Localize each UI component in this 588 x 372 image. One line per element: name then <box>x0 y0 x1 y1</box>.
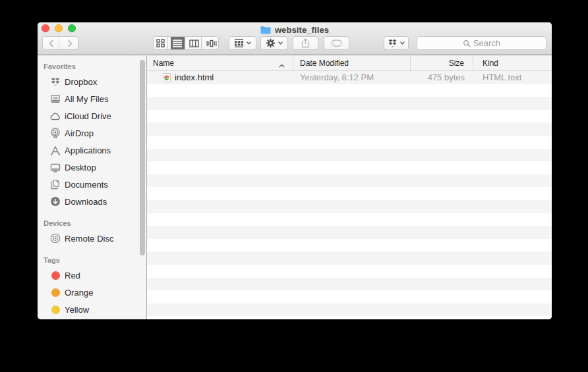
airdrop-icon <box>49 128 61 139</box>
icon-view-icon <box>156 39 165 47</box>
sidebar-section-favorites: Favorites <box>38 60 146 73</box>
sidebar-section-devices: Devices <box>38 217 146 230</box>
column-header-name[interactable]: Name <box>147 56 293 70</box>
list-view-icon <box>173 40 182 47</box>
file-list: Name Date Modified Size Kind <box>147 56 552 319</box>
tag-red-icon <box>49 270 61 281</box>
sidebar-item-desktop[interactable]: Desktop <box>38 159 146 176</box>
empty-row <box>147 161 552 174</box>
empty-row <box>147 278 552 291</box>
arrange-button[interactable] <box>229 36 256 50</box>
all-my-files-icon <box>49 93 61 105</box>
tag-icon <box>331 40 342 47</box>
file-date-modified: Yesterday, 8:12 PM <box>293 71 411 84</box>
desktop-icon <box>49 162 61 173</box>
back-button[interactable] <box>43 37 59 49</box>
sidebar-item-documents[interactable]: Documents <box>38 176 146 193</box>
empty-row <box>147 84 552 97</box>
titlebar-toolbar: website_files <box>38 22 552 55</box>
sidebar-item-label: Yellow <box>65 305 89 315</box>
sidebar-item-tag-orange[interactable]: Orange <box>38 284 146 301</box>
column-header-kind[interactable]: Kind <box>473 56 552 70</box>
chevron-down-icon <box>278 41 283 45</box>
sidebar: Favorites Dropbox <box>38 56 147 319</box>
empty-row <box>147 316 552 319</box>
sidebar-item-label: iCloud Drive <box>65 111 111 121</box>
desktop-background: website_files <box>0 0 588 372</box>
share-button[interactable] <box>293 36 318 50</box>
file-name: index.html <box>175 72 214 82</box>
list-header: Name Date Modified Size Kind <box>147 56 552 71</box>
view-switcher <box>153 36 219 50</box>
sidebar-item-airdrop[interactable]: AirDrop <box>38 124 146 142</box>
empty-row <box>147 265 552 278</box>
sidebar-item-label: Documents <box>65 180 108 190</box>
sidebar-item-dropbox[interactable]: Dropbox <box>38 73 146 90</box>
dropbox-menu-button[interactable] <box>384 36 409 50</box>
arrange-icon <box>234 39 244 47</box>
empty-row <box>147 136 552 149</box>
empty-row <box>147 200 552 213</box>
sidebar-item-downloads[interactable]: Downloads <box>38 193 146 210</box>
chevron-down-icon <box>247 41 251 45</box>
empty-row <box>147 110 552 123</box>
finder-window: website_files <box>38 22 552 319</box>
sidebar-item-label: Downloads <box>65 197 107 207</box>
sidebar-item-label: AirDrop <box>65 128 94 138</box>
documents-icon <box>49 179 61 190</box>
downloads-icon <box>49 196 61 207</box>
sidebar-item-label: Red <box>65 271 80 280</box>
sidebar-item-applications[interactable]: Applications <box>38 142 146 159</box>
sidebar-item-label: Desktop <box>65 163 96 173</box>
empty-row <box>147 252 552 265</box>
dropbox-icon <box>49 76 61 88</box>
empty-row <box>147 174 552 188</box>
column-view-icon <box>189 40 199 47</box>
icon-view-button[interactable] <box>154 37 168 49</box>
sidebar-item-tag-yellow[interactable]: Yellow <box>38 301 146 318</box>
applications-icon <box>49 145 61 156</box>
sidebar-item-label: Remote Disc <box>65 234 113 244</box>
sidebar-item-label: Orange <box>65 288 93 298</box>
file-kind: HTML text <box>473 71 552 84</box>
empty-row <box>147 239 552 252</box>
file-row-index-html[interactable]: index.html Yesterday, 8:12 PM 475 bytes … <box>147 71 552 84</box>
sidebar-scrollbar[interactable] <box>140 60 145 255</box>
column-header-date-modified[interactable]: Date Modified <box>293 56 411 70</box>
icloud-icon <box>49 111 61 122</box>
sidebar-item-label: Applications <box>65 146 111 155</box>
sidebar-item-remote-disc[interactable]: Remote Disc <box>38 230 146 247</box>
sort-ascending-icon <box>279 61 285 70</box>
search-icon <box>463 40 471 47</box>
file-size: 475 bytes <box>411 71 473 84</box>
action-menu-button[interactable] <box>260 36 288 50</box>
column-header-size[interactable]: Size <box>411 56 473 70</box>
search-placeholder: Search <box>473 38 500 48</box>
list-view-button[interactable] <box>171 37 185 49</box>
coverflow-view-button[interactable] <box>204 37 218 49</box>
tag-yellow-icon <box>49 304 61 315</box>
empty-row <box>147 226 552 239</box>
tag-orange-icon <box>49 287 61 298</box>
sidebar-item-all-my-files[interactable]: All My Files <box>38 90 146 107</box>
sidebar-item-tag-red[interactable]: Red <box>38 267 146 284</box>
column-view-button[interactable] <box>188 37 202 49</box>
sidebar-item-label: Dropbox <box>65 77 97 87</box>
empty-row <box>147 187 552 200</box>
folder-proxy-icon[interactable] <box>260 26 271 34</box>
search-input[interactable]: Search <box>417 36 546 50</box>
gear-icon <box>266 38 276 48</box>
html-file-icon <box>163 73 171 82</box>
empty-row <box>147 149 552 162</box>
empty-row <box>147 304 552 317</box>
file-rows[interactable]: index.html Yesterday, 8:12 PM 475 bytes … <box>147 71 552 319</box>
navigation-buttons <box>42 36 78 50</box>
coverflow-view-icon <box>206 40 217 47</box>
sidebar-item-icloud-drive[interactable]: iCloud Drive <box>38 107 146 124</box>
empty-row <box>147 213 552 226</box>
tags-button[interactable] <box>324 36 349 50</box>
window-title: website_files <box>275 25 329 35</box>
forward-button[interactable] <box>62 37 78 49</box>
empty-row <box>147 122 552 136</box>
empty-row <box>147 97 552 110</box>
